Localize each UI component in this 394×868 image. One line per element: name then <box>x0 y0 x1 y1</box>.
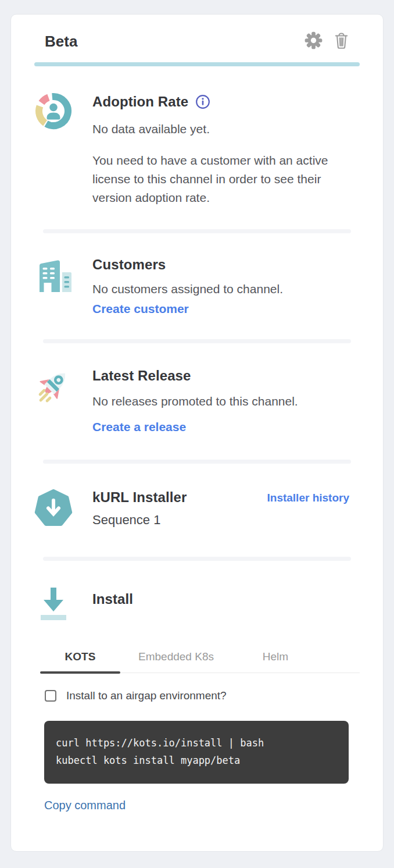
latest-release-section: Latest Release No releases promoted to t… <box>34 368 360 460</box>
adoption-rate-section: Adoption Rate No data available yet. You… <box>34 92 360 229</box>
customers-empty-text: No customers assigned to channel. <box>92 280 360 298</box>
card-header: Beta <box>34 32 360 51</box>
rocket-icon <box>34 368 73 434</box>
buildings-icon <box>34 257 73 316</box>
customers-title: Customers <box>92 257 360 273</box>
installer-sequence: Sequence 1 <box>92 513 360 528</box>
release-empty-text: No releases promoted to this channel. <box>92 392 360 411</box>
copy-command-link[interactable]: Copy command <box>44 799 126 812</box>
latest-release-title: Latest Release <box>92 368 360 384</box>
channel-title: Beta <box>45 33 77 51</box>
kurl-heptagon-icon <box>34 489 73 530</box>
gear-icon <box>305 31 323 51</box>
adoption-empty-title: No data available yet. <box>92 120 360 138</box>
create-customer-link[interactable]: Create customer <box>92 302 189 316</box>
tab-helm[interactable]: Helm <box>232 645 319 673</box>
download-icon <box>34 584 73 625</box>
settings-button[interactable] <box>304 32 323 51</box>
section-divider <box>43 557 351 561</box>
airgap-label[interactable]: Install to an airgap environment? <box>66 689 227 702</box>
create-release-link[interactable]: Create a release <box>92 420 186 434</box>
channel-accent-bar <box>34 62 360 66</box>
section-divider <box>43 339 351 343</box>
trash-icon <box>334 32 349 51</box>
command-line-1: curl https://kots.io/install | bash <box>56 734 337 752</box>
airgap-checkbox[interactable] <box>45 690 56 702</box>
adoption-rate-title: Adoption Rate <box>92 94 188 110</box>
install-title: Install <box>92 591 360 607</box>
installer-history-link[interactable]: Installer history <box>267 492 350 504</box>
install-command-block: curl https://kots.io/install | bash kube… <box>44 721 349 784</box>
section-divider <box>43 229 351 233</box>
adoption-rate-icon <box>34 92 73 207</box>
install-section: Install <box>34 584 360 625</box>
install-tabs: KOTS Embedded K8s Helm <box>40 645 360 673</box>
adoption-empty-body: You need to have a customer with an acti… <box>92 151 360 207</box>
info-icon[interactable] <box>195 92 210 112</box>
channel-card: Beta <box>10 14 384 852</box>
delete-channel-button[interactable] <box>332 32 350 51</box>
customers-section: Customers No customers assigned to chann… <box>34 257 360 339</box>
header-actions <box>304 32 360 51</box>
tab-kots[interactable]: KOTS <box>40 645 120 673</box>
airgap-row: Install to an airgap environment? <box>45 689 360 702</box>
section-divider <box>43 460 351 464</box>
kurl-installer-title: kURL Installer <box>92 489 187 506</box>
command-line-2: kubectl kots install myapp/beta <box>56 752 337 769</box>
tab-embedded-k8s[interactable]: Embedded K8s <box>120 645 232 673</box>
kurl-installer-section: kURL Installer Installer history Sequenc… <box>34 489 360 557</box>
